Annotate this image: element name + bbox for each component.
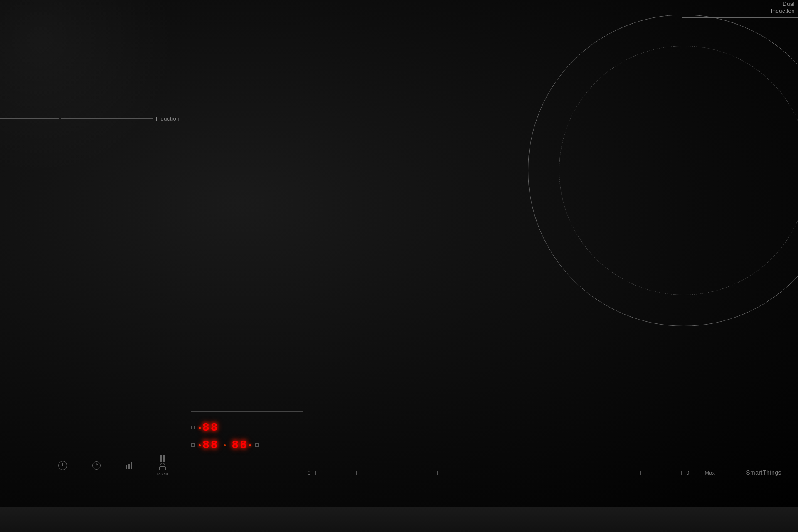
control-panel: 8 8 8 8 • 8 8 xyxy=(191,411,303,461)
timer-button[interactable] xyxy=(92,461,101,470)
bottom-controls: (3sec) xyxy=(58,455,168,476)
cooktop-surface: Induction Dual Induction 8 8 xyxy=(0,0,798,507)
display-row-bottom: 8 8 • 8 8 xyxy=(191,437,303,453)
slider-tick-1 xyxy=(356,471,357,475)
dot-before-bottom xyxy=(199,444,201,446)
panel-top-line xyxy=(191,411,303,412)
slider-tick-5 xyxy=(519,471,519,475)
slider-max-label: 9 xyxy=(686,470,689,476)
inner-burner-circle xyxy=(559,46,798,295)
left-burner-zone: Induction xyxy=(0,116,183,122)
slider-tick-7 xyxy=(600,471,600,475)
dot-after-bottom xyxy=(249,444,251,446)
slider-tick-2 xyxy=(397,471,397,475)
indicator-square-top xyxy=(191,426,195,429)
slider-track[interactable] xyxy=(315,473,681,473)
booster-button[interactable] xyxy=(126,462,132,469)
lock-button[interactable]: (3sec) xyxy=(157,455,168,476)
pause-icon xyxy=(160,455,165,462)
panel-bottom-line xyxy=(191,461,303,461)
booster-bars xyxy=(126,462,132,469)
lock-shackle xyxy=(160,463,165,466)
slider-tick-4 xyxy=(478,471,478,475)
left-burner-line-right xyxy=(61,118,153,119)
dual-induction-label: Dual Induction xyxy=(771,1,795,15)
left-burner-tick xyxy=(60,116,60,122)
slider-tick-0 xyxy=(315,471,316,475)
bottom-display-left: 8 8 xyxy=(199,439,218,451)
booster-bar-3 xyxy=(131,462,132,469)
bottom-digit-3: 8 xyxy=(232,439,239,451)
left-burner-line-left xyxy=(0,118,59,119)
slider-tick-9 xyxy=(681,471,682,475)
top-digit-1: 8 xyxy=(202,422,210,433)
lock-body xyxy=(159,466,166,470)
booster-bar-1 xyxy=(126,466,127,469)
booster-bar-2 xyxy=(128,464,130,469)
bottom-bar xyxy=(0,507,798,532)
bottom-digit-4: 8 xyxy=(240,439,247,451)
slider-area: 0 9 — Max xyxy=(308,470,715,476)
slider-dash: — xyxy=(694,470,699,476)
right-burner-zone: Dual Induction xyxy=(457,0,798,341)
dot-before-top xyxy=(199,427,201,429)
left-burner-label: Induction xyxy=(153,116,183,122)
power-icon xyxy=(58,461,67,470)
power-button[interactable] xyxy=(58,461,67,470)
slider-min-label: 0 xyxy=(308,470,310,476)
smartthings-label: SmartThings xyxy=(746,469,781,476)
display-row-top: 8 8 xyxy=(191,419,303,437)
pause-bar-1 xyxy=(160,455,162,462)
indicator-square-right xyxy=(255,443,259,447)
slider-max-text: Max xyxy=(704,470,715,476)
indicator-square-bottom xyxy=(191,443,195,447)
dual-induction-line-segment2 xyxy=(740,17,798,18)
bottom-digit-2: 8 xyxy=(211,439,218,451)
top-display: 8 8 xyxy=(199,422,218,433)
bottom-display-right: 8 8 xyxy=(232,439,251,451)
timer-icon xyxy=(92,461,101,470)
pause-bar-2 xyxy=(163,455,165,462)
lock-label: (3sec) xyxy=(157,472,168,476)
bottom-digit-1: 8 xyxy=(202,439,210,451)
slider-tick-3 xyxy=(437,471,438,475)
wifi-icon: • xyxy=(224,442,226,448)
slider-tick-6 xyxy=(559,471,559,475)
slider-tick-8 xyxy=(640,471,641,475)
top-digit-2: 8 xyxy=(211,422,218,433)
lock-icon xyxy=(159,463,166,470)
booster-icon xyxy=(126,462,132,469)
glass-reflection xyxy=(0,0,200,200)
